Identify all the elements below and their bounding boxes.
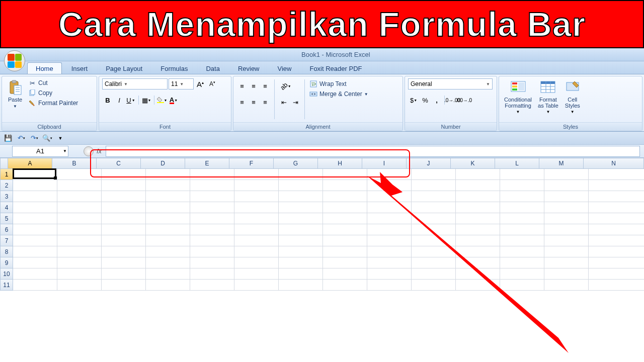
cell-N3[interactable] [589, 191, 644, 202]
cell-A5[interactable] [13, 213, 57, 224]
cell-A9[interactable] [13, 257, 57, 268]
cell-I10[interactable] [367, 268, 412, 280]
cell-D3[interactable] [146, 191, 190, 202]
number-format-combo[interactable]: General▼ [408, 78, 493, 89]
qat-print-preview-button[interactable]: 🔍▾ [42, 133, 52, 143]
column-header-G[interactable]: G [274, 158, 318, 169]
cell-K7[interactable] [456, 235, 500, 246]
cell-C5[interactable] [102, 213, 146, 224]
cell-G5[interactable] [279, 213, 323, 224]
cell-L5[interactable] [500, 213, 544, 224]
cell-K9[interactable] [456, 257, 500, 268]
cell-G3[interactable] [279, 191, 323, 202]
cell-G6[interactable] [279, 224, 323, 235]
cell-H4[interactable] [323, 202, 367, 213]
comma-button[interactable]: , [431, 95, 442, 106]
cell-J6[interactable] [412, 224, 456, 235]
cell-H5[interactable] [323, 213, 367, 224]
cell-C11[interactable] [102, 280, 146, 291]
cell-N2[interactable] [589, 180, 644, 191]
undo-button[interactable]: ↶▾ [16, 133, 26, 143]
bold-button[interactable]: B [102, 95, 113, 106]
cell-B6[interactable] [57, 224, 102, 235]
orientation-button[interactable]: ab▼ [278, 80, 293, 92]
tab-view[interactable]: View [269, 62, 300, 74]
cell-H3[interactable] [323, 191, 367, 202]
cell-L4[interactable] [500, 202, 544, 213]
cell-F9[interactable] [234, 257, 279, 268]
cell-G10[interactable] [279, 268, 323, 280]
cell-H1[interactable] [323, 169, 367, 180]
cell-I1[interactable] [367, 169, 412, 180]
accounting-button[interactable]: $▼ [408, 95, 419, 106]
row-header-5[interactable]: 5 [0, 213, 13, 224]
cell-C3[interactable] [102, 191, 146, 202]
cell-I3[interactable] [367, 191, 412, 202]
cell-C6[interactable] [102, 224, 146, 235]
cell-J1[interactable] [412, 169, 456, 180]
cell-J8[interactable] [412, 246, 456, 257]
column-header-E[interactable]: E [185, 158, 229, 169]
align-right-button[interactable]: ≡ [260, 97, 271, 108]
cell-I8[interactable] [367, 246, 412, 257]
cell-E1[interactable] [190, 169, 234, 180]
cell-A8[interactable] [13, 246, 57, 257]
cell-A10[interactable] [13, 268, 57, 280]
cell-N7[interactable] [589, 235, 644, 246]
cell-F7[interactable] [234, 235, 279, 246]
cell-J5[interactable] [412, 213, 456, 224]
cell-D2[interactable] [146, 180, 190, 191]
column-header-D[interactable]: D [141, 158, 185, 169]
format-painter-button[interactable]: Format Painter [27, 99, 79, 108]
cell-styles-button[interactable]: Cell Styles▼ [562, 78, 583, 115]
cell-J10[interactable] [412, 268, 456, 280]
cell-B7[interactable] [57, 235, 102, 246]
column-header-C[interactable]: C [97, 158, 141, 169]
cell-K1[interactable] [456, 169, 500, 180]
cell-M1[interactable] [544, 169, 589, 180]
merge-center-button[interactable]: Merge & Center ▼ [308, 89, 369, 99]
cell-H6[interactable] [323, 224, 367, 235]
cell-M8[interactable] [544, 246, 589, 257]
column-header-B[interactable]: B [52, 158, 97, 169]
cell-J4[interactable] [412, 202, 456, 213]
cell-L9[interactable] [500, 257, 544, 268]
cell-C4[interactable] [102, 202, 146, 213]
redo-button[interactable]: ↷▾ [29, 133, 39, 143]
cell-L6[interactable] [500, 224, 544, 235]
cell-A7[interactable] [13, 235, 57, 246]
cell-K6[interactable] [456, 224, 500, 235]
cell-E11[interactable] [190, 280, 234, 291]
cell-B1[interactable] [57, 169, 102, 180]
tab-insert[interactable]: Insert [63, 62, 97, 74]
cell-G4[interactable] [279, 202, 323, 213]
row-header-4[interactable]: 4 [0, 202, 13, 213]
cell-L11[interactable] [500, 280, 544, 291]
tab-data[interactable]: Data [197, 62, 228, 74]
cell-K11[interactable] [456, 280, 500, 291]
decrease-indent-button[interactable]: ⇤ [278, 97, 289, 108]
cell-F4[interactable] [234, 202, 279, 213]
row-header-9[interactable]: 9 [0, 257, 13, 268]
cell-L1[interactable] [500, 169, 544, 180]
cell-N4[interactable] [589, 202, 644, 213]
align-left-button[interactable]: ≡ [236, 97, 248, 108]
column-header-K[interactable]: K [451, 158, 495, 169]
cell-F6[interactable] [234, 224, 279, 235]
office-button[interactable] [4, 50, 25, 71]
save-button[interactable]: 💾 [3, 133, 13, 143]
cell-M4[interactable] [544, 202, 589, 213]
cell-K2[interactable] [456, 180, 500, 191]
cell-M6[interactable] [544, 224, 589, 235]
cell-K3[interactable] [456, 191, 500, 202]
cell-F8[interactable] [234, 246, 279, 257]
copy-button[interactable]: Copy [27, 88, 79, 98]
cell-G7[interactable] [279, 235, 323, 246]
cell-D5[interactable] [146, 213, 190, 224]
cell-D9[interactable] [146, 257, 190, 268]
cell-B11[interactable] [57, 280, 102, 291]
cell-E4[interactable] [190, 202, 234, 213]
cell-I5[interactable] [367, 213, 412, 224]
cell-B3[interactable] [57, 191, 102, 202]
italic-button[interactable]: I [114, 95, 125, 106]
